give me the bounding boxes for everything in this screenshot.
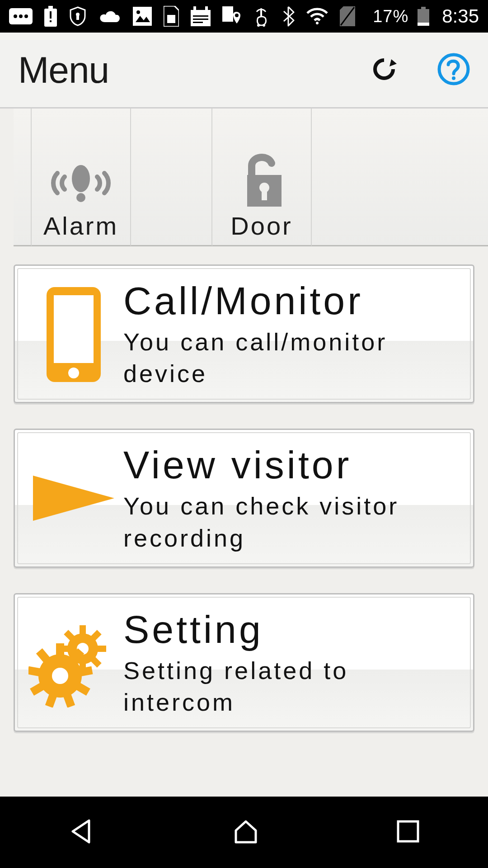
svg-point-12 [136,10,140,14]
photo-icon [133,7,152,26]
svg-rect-45 [56,643,64,655]
svg-rect-15 [193,6,196,12]
sim-icon [164,6,179,27]
card-setting-desc: Setting related to intercom [123,655,464,718]
gear-icon [24,617,123,708]
card-view-title: View visitor [123,443,464,487]
battery-alert-icon [44,6,57,27]
battery-percent: 17% [373,7,408,26]
calendar-icon [191,6,211,26]
svg-rect-5 [48,6,53,9]
status-bar: 17% 8:35 [0,0,488,33]
card-setting-title: Setting [123,607,464,652]
svg-rect-42 [80,625,86,634]
svg-point-32 [72,165,90,192]
tab-door-label: Door [230,211,292,241]
back-button[interactable] [67,817,96,848]
tab-row: Alarm Door [0,108,488,246]
svg-point-31 [452,76,455,80]
phone-icon [24,280,123,388]
tab-rest [312,108,488,246]
svg-point-3 [24,14,28,18]
more-icon [9,8,33,24]
play-icon [24,462,123,534]
unlock-icon [235,146,289,211]
card-view-desc: You can check visitor recording [123,490,464,553]
android-nav-bar [0,797,488,868]
svg-rect-7 [50,20,52,22]
svg-rect-19 [193,22,203,23]
svg-point-2 [19,14,23,18]
svg-marker-29 [389,59,397,66]
svg-point-24 [316,22,319,24]
bluetooth-icon [282,6,295,27]
cloud-icon [99,9,121,24]
svg-marker-40 [33,476,114,521]
card-setting[interactable]: Setting Setting related to intercom [14,593,474,732]
no-sim-icon [340,6,355,26]
svg-point-22 [257,24,260,27]
tab-door[interactable]: Door [212,108,312,246]
bookmark-pin-icon [222,6,240,26]
svg-rect-18 [193,19,208,20]
tab-alarm-label: Alarm [43,211,118,241]
svg-rect-38 [54,295,94,363]
card-call-monitor[interactable]: Call/Monitor You can call/monitor device [14,264,474,403]
card-view-visitor[interactable]: View visitor You can check visitor recor… [14,429,474,567]
wifi-icon [306,8,328,25]
svg-point-33 [76,193,85,202]
status-clock: 8:35 [442,5,479,27]
app-header: Menu [0,33,488,108]
svg-rect-20 [222,6,233,22]
svg-rect-13 [167,15,175,23]
svg-point-23 [263,24,265,27]
page-title: Menu [18,49,109,91]
svg-rect-17 [193,15,208,17]
svg-rect-10 [133,7,152,26]
svg-marker-47 [73,821,89,842]
tab-spacer [14,108,32,246]
battery-icon [418,7,429,26]
content-area: Alarm Door [0,108,488,797]
shield-icon [69,6,87,26]
svg-rect-16 [205,6,208,12]
card-call-desc: You can call/monitor device [123,326,464,389]
home-button[interactable] [231,817,260,848]
svg-rect-26 [421,7,426,9]
tab-empty [131,108,212,246]
svg-point-21 [235,14,239,17]
svg-point-39 [68,368,79,378]
svg-rect-9 [76,15,79,20]
svg-rect-6 [50,11,52,19]
tab-alarm[interactable]: Alarm [32,108,131,246]
alarm-icon [49,155,113,211]
svg-point-46 [52,668,68,684]
svg-point-1 [14,14,17,18]
svg-rect-28 [418,23,429,26]
svg-rect-36 [262,190,267,200]
touch-icon [252,5,270,27]
svg-rect-14 [191,10,211,26]
svg-rect-48 [398,821,418,841]
help-button[interactable] [437,53,470,87]
refresh-button[interactable] [371,57,397,84]
card-call-title: Call/Monitor [123,278,464,323]
recent-apps-button[interactable] [395,819,421,846]
